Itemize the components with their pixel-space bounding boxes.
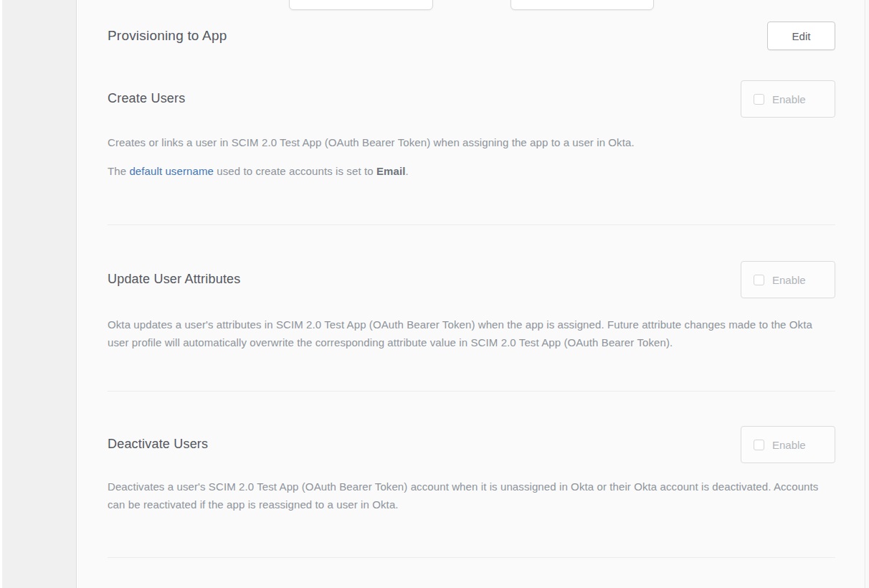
cutoff-field-right[interactable] [511,0,654,10]
default-username-link[interactable]: default username [129,165,214,177]
create-users-title: Create Users [108,80,185,106]
deactivate-users-enable-toggle[interactable]: Enable [741,426,835,463]
enable-label: Enable [772,274,806,286]
section-update-user-attributes: Update User Attributes Enable Okta updat… [108,225,835,392]
cutoff-field-left[interactable] [289,0,433,10]
provisioning-header: Provisioning to App Edit [108,22,835,50]
provisioning-settings-panel: Provisioning to App Edit Create Users En… [77,0,865,588]
left-sidebar [2,0,77,588]
page-right-strip [866,0,869,588]
deactivate-users-header: Deactivate Users Enable [108,426,835,463]
checkbox-icon[interactable] [754,94,764,105]
username-line-prefix: The [108,165,129,177]
update-attributes-header: Update User Attributes Enable [108,261,835,298]
page-title: Provisioning to App [108,28,227,44]
create-users-description: Creates or links a user in SCIM 2.0 Test… [108,133,828,151]
username-line-suffix: . [405,165,408,177]
create-users-enable-toggle[interactable]: Enable [741,80,835,118]
edit-button[interactable]: Edit [767,22,835,50]
create-users-header: Create Users Enable [108,80,835,118]
update-attributes-enable-toggle[interactable]: Enable [741,261,835,298]
deactivate-users-title: Deactivate Users [108,426,208,452]
checkbox-icon[interactable] [754,275,764,285]
section-deactivate-users: Deactivate Users Enable Deactivates a us… [108,392,835,558]
username-value: Email [376,165,406,177]
section-create-users: Create Users Enable Creates or links a u… [108,80,835,225]
username-line-middle: used to create accounts is set to [214,165,376,177]
update-attributes-description: Okta updates a user's attributes in SCIM… [108,316,828,351]
checkbox-icon[interactable] [754,440,764,450]
deactivate-users-description: Deactivates a user's SCIM 2.0 Test App (… [108,478,828,513]
enable-label: Enable [772,439,806,451]
enable-label: Enable [772,93,806,105]
create-users-username-line: The default username used to create acco… [108,162,828,180]
update-attributes-title: Update User Attributes [108,261,241,287]
